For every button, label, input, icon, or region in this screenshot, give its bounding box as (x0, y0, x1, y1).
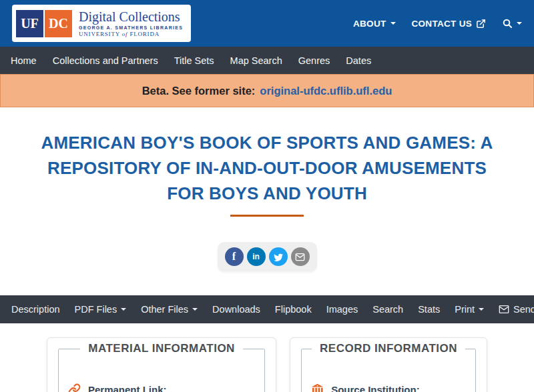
beta-banner-text: Beta. See former site: (142, 85, 256, 97)
record-information-panel: RECORD INFORMATION Source Institution: (290, 337, 487, 392)
record-information-fieldset: RECORD INFORMATION Source Institution: (301, 342, 476, 392)
tab-other-files[interactable]: Other Files (134, 304, 205, 315)
permanent-link-row: Permanent Link: (68, 383, 255, 392)
tab-stats[interactable]: Stats (411, 304, 447, 315)
tab-images[interactable]: Images (319, 304, 366, 315)
header-nav: ABOUT CONTACT US (353, 18, 522, 29)
tab-pdf-files[interactable]: PDF Files (67, 304, 134, 315)
nav-map-search[interactable]: Map Search (222, 55, 290, 66)
tab-search[interactable]: Search (365, 304, 411, 315)
source-institution-label: Source Institution: (331, 384, 420, 392)
record-information-title: RECORD INFORMATION (312, 342, 465, 355)
site-header: UF DC Digital Collections GEORGE A. SMAT… (0, 0, 534, 47)
chevron-down-icon (121, 308, 126, 311)
info-panels: MATERIAL INFORMATION Permanent Link: › h… (47, 337, 487, 392)
material-information-panel: MATERIAL INFORMATION Permanent Link: › h… (47, 337, 276, 392)
tab-send[interactable]: Send (491, 304, 534, 315)
logo-squares: UF DC (16, 10, 72, 37)
search-icon (502, 18, 513, 29)
nav-genres[interactable]: Genres (290, 55, 338, 66)
facebook-icon[interactable]: f (225, 247, 244, 266)
external-link-icon (476, 19, 486, 29)
dc-logo-square: DC (45, 10, 72, 37)
chevron-down-icon (390, 22, 396, 25)
uf-logo-square: UF (16, 10, 43, 37)
page-title: AMERICAN BOY'S BOOK OF SPORTS AND GAMES:… (27, 130, 507, 206)
permanent-link-label: Permanent Link: (88, 384, 167, 392)
tab-print[interactable]: Print (447, 304, 491, 315)
about-menu[interactable]: ABOUT (353, 19, 396, 29)
main-navbar: Home Collections and Partners Title Sets… (0, 47, 534, 74)
linkedin-icon[interactable]: in (247, 247, 266, 266)
institution-icon (311, 383, 324, 392)
logo-text: Digital Collections GEORGE A. SMATHERS L… (79, 9, 183, 37)
search-menu[interactable] (502, 18, 522, 29)
nav-collections-and-partners[interactable]: Collections and Partners (45, 55, 166, 66)
title-divider (230, 215, 304, 217)
material-information-title: MATERIAL INFORMATION (80, 342, 243, 355)
link-icon (68, 383, 81, 392)
twitter-icon[interactable] (269, 247, 288, 266)
beta-banner: Beta. See former site: original-ufdc.ufl… (0, 74, 534, 107)
social-share-bar: f in (218, 242, 317, 271)
tab-downloads[interactable]: Downloads (205, 304, 268, 315)
logo-subtitle-university: UNIVERSITY of FLORIDA (79, 31, 183, 37)
toolbar-right-group: Stats Print Send (411, 304, 534, 315)
envelope-icon (499, 304, 509, 315)
material-information-fieldset: MATERIAL INFORMATION Permanent Link: › h… (58, 342, 265, 392)
nav-dates[interactable]: Dates (338, 55, 379, 66)
tab-flipbook[interactable]: Flipbook (268, 304, 319, 315)
chevron-down-icon (517, 22, 522, 25)
contact-us-link[interactable]: CONTACT US (412, 19, 487, 29)
source-institution-row: Source Institution: (311, 383, 466, 392)
email-icon[interactable] (291, 247, 310, 266)
item-toolbar: Description PDF Files Other Files Downlo… (0, 295, 534, 323)
chevron-down-icon (192, 308, 198, 311)
logo-title: Digital Collections (79, 9, 183, 24)
ufdc-logo[interactable]: UF DC Digital Collections GEORGE A. SMAT… (12, 5, 191, 42)
chevron-down-icon (479, 308, 484, 311)
nav-home[interactable]: Home (3, 55, 45, 66)
former-site-link[interactable]: original-ufdc.uflib.ufl.edu (260, 85, 392, 97)
logo-subtitle-libraries: GEORGE A. SMATHERS LIBRARIES (79, 25, 183, 30)
tab-description[interactable]: Description (4, 304, 67, 315)
nav-title-sets[interactable]: Title Sets (166, 55, 222, 66)
